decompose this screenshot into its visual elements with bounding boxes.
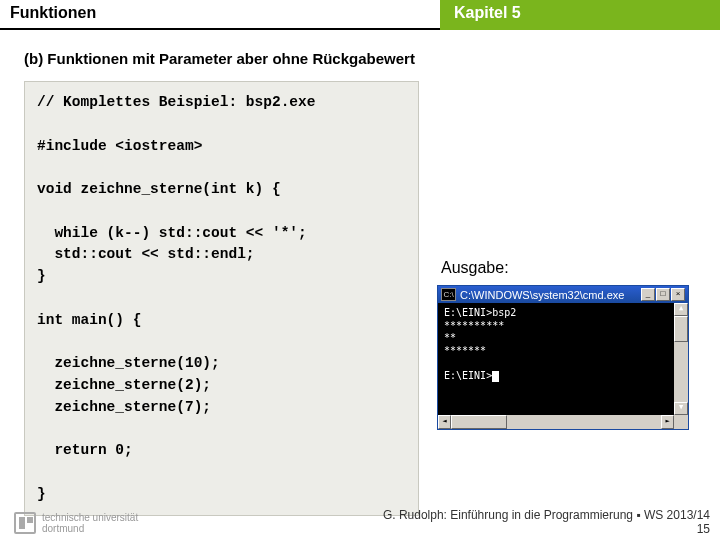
scroll-left-icon[interactable]: ◄ bbox=[438, 415, 451, 429]
scroll-up-icon[interactable]: ▲ bbox=[674, 303, 688, 316]
console-window: C:\ C:\WINDOWS\system32\cmd.exe _ □ × E:… bbox=[437, 285, 689, 430]
slide-header: Funktionen Kapitel 5 bbox=[0, 0, 720, 30]
page-number: 15 bbox=[0, 522, 710, 536]
header-left-title: Funktionen bbox=[0, 0, 440, 30]
hscroll-thumb[interactable] bbox=[451, 415, 507, 429]
code-example: // Komplettes Beispiel: bsp2.exe #includ… bbox=[24, 81, 419, 516]
scroll-right-icon[interactable]: ► bbox=[661, 415, 674, 429]
console-title-text: C:\WINDOWS\system32\cmd.exe bbox=[460, 289, 641, 301]
resize-grip-icon[interactable] bbox=[674, 415, 688, 429]
footer-attribution: G. Rudolph: Einführung in die Programmie… bbox=[0, 508, 710, 522]
console-titlebar[interactable]: C:\ C:\WINDOWS\system32\cmd.exe _ □ × bbox=[438, 286, 688, 303]
section-subtitle: (b) Funktionen mit Parameter aber ohne R… bbox=[24, 50, 696, 67]
console-icon: C:\ bbox=[441, 288, 456, 301]
header-chapter: Kapitel 5 bbox=[440, 0, 720, 30]
slide-footer: G. Rudolph: Einführung in die Programmie… bbox=[0, 508, 710, 536]
maximize-button[interactable]: □ bbox=[656, 288, 670, 301]
horizontal-scrollbar[interactable]: ◄ ► bbox=[438, 415, 688, 429]
cursor-icon bbox=[492, 371, 499, 382]
scroll-down-icon[interactable]: ▼ bbox=[674, 402, 688, 415]
minimize-button[interactable]: _ bbox=[641, 288, 655, 301]
close-button[interactable]: × bbox=[671, 288, 685, 301]
console-output: E:\EINI>bsp2 ********** ** ******* E:\EI… bbox=[438, 303, 688, 415]
slide-content: (b) Funktionen mit Parameter aber ohne R… bbox=[0, 30, 720, 524]
vertical-scrollbar[interactable]: ▲ ▼ bbox=[674, 303, 688, 415]
scroll-thumb[interactable] bbox=[674, 316, 688, 342]
output-label: Ausgabe: bbox=[437, 259, 689, 277]
